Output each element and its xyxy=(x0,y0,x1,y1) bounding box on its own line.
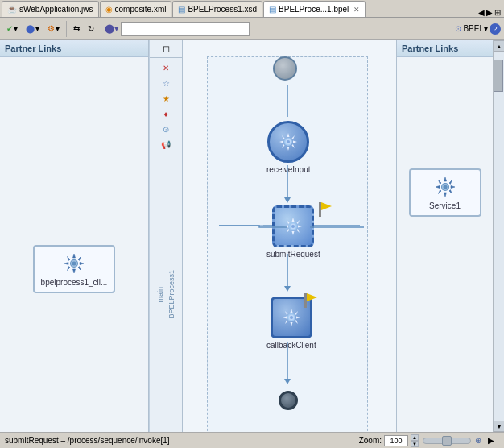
right-partner-links-panel: Partner Links Service1 xyxy=(396,40,493,432)
tab-composite[interactable]: ◉ composite.xml xyxy=(100,1,172,17)
tool-btn-5[interactable]: ⊙ xyxy=(159,122,172,135)
gear-icon-partner xyxy=(62,251,86,276)
status-scroll-btn[interactable]: ▶ xyxy=(488,436,499,445)
gear-icon-service1 xyxy=(433,175,457,199)
zoom-input[interactable] xyxy=(384,435,408,446)
svg-point-23 xyxy=(290,316,293,319)
svg-point-18 xyxy=(291,225,295,228)
toolbar-icon-4: ⇆ xyxy=(73,24,80,33)
receive-input-label: receiveInput xyxy=(266,165,310,174)
svg-point-2 xyxy=(72,261,76,265)
scroll-icon[interactable]: ⊞ xyxy=(494,8,501,17)
bpel-process-label: BPELProcess1 xyxy=(167,270,176,319)
zoom-up-button[interactable]: ▲ xyxy=(411,434,419,441)
sidebar-tools-panel: ◻ ✕ ☆ ★ ♦ ⊙ 📢 main BPELProcess1 xyxy=(149,40,183,432)
bpel-icon2: ⊙ xyxy=(455,24,461,33)
bpel-canvas[interactable]: receiveInput xyxy=(183,40,396,432)
tab-bar: ☕ sWebApplication.jws ◉ composite.xml ▤ … xyxy=(0,0,504,18)
toolbar-icon-2: ⬤ xyxy=(26,24,35,33)
svg-marker-25 xyxy=(307,293,317,301)
svg-point-15 xyxy=(287,140,290,143)
right-panel-header: Partner Links xyxy=(397,40,493,57)
scroll-thumb[interactable] xyxy=(494,60,503,92)
left-panel-content: bpelprocess1_cli... xyxy=(0,57,148,432)
start-circle xyxy=(273,56,297,81)
tab-close-button[interactable]: ✕ xyxy=(353,6,360,14)
zoom-area: Zoom: ▲ ▼ ⊕ xyxy=(359,434,481,447)
zoom-slider-thumb[interactable] xyxy=(442,436,452,446)
toolbar-btn-5[interactable]: ↻ xyxy=(85,22,97,35)
zoom-slider-track[interactable] xyxy=(423,438,471,444)
save-icon: ✔ xyxy=(6,24,13,33)
status-bar: submitRequest – /process/sequence/invoke… xyxy=(0,432,504,448)
partner-link-label: bpelprocess1_cli... xyxy=(41,278,108,287)
jws-icon: ☕ xyxy=(7,5,17,14)
tool-btn-4[interactable]: ♦ xyxy=(159,107,172,120)
scroll-up-button[interactable]: ▲ xyxy=(494,40,504,52)
search-input[interactable] xyxy=(121,22,250,36)
callback-client-node[interactable]: callbackClient xyxy=(266,297,316,350)
submit-request-wrapper xyxy=(272,205,314,247)
submit-request-node[interactable]: submitRequest xyxy=(266,205,320,259)
service1-label: Service1 xyxy=(429,201,461,210)
tool-btn-2[interactable]: ☆ xyxy=(159,77,172,89)
toolbar-btn-2[interactable]: ⬤▾ xyxy=(23,22,43,35)
tab-jwswebapp[interactable]: ☕ sWebApplication.jws xyxy=(2,1,99,17)
receive-gear-icon xyxy=(276,130,300,154)
xml-icon: ◉ xyxy=(105,5,113,14)
tab-xsd[interactable]: ▤ BPELProcess1.xsd xyxy=(172,1,262,17)
bpel-icon: ▤ xyxy=(269,5,276,14)
submit-request-shape xyxy=(272,205,314,247)
vertical-scrollbar: ▲ ▼ xyxy=(493,40,504,432)
svg-rect-24 xyxy=(304,293,307,308)
toolbar-icon-3: ⚙ xyxy=(48,24,55,33)
tool-icons: ✕ ☆ ★ ♦ ⊙ 📢 xyxy=(150,58,182,154)
callback-wrapper xyxy=(271,297,312,338)
svg-marker-20 xyxy=(321,202,332,210)
flag-icon xyxy=(319,202,332,217)
tool-btn-3[interactable]: ★ xyxy=(159,92,172,105)
toolbar-btn-4[interactable]: ⇆ xyxy=(70,22,83,35)
end-circle xyxy=(279,391,298,410)
end-node xyxy=(279,391,298,410)
separator-2 xyxy=(101,21,101,37)
collapse-icon: ◻ xyxy=(163,44,170,54)
callback-flag-icon xyxy=(304,293,317,308)
callback-flag xyxy=(304,293,317,309)
callback-client-label: callbackClient xyxy=(266,341,316,350)
right-panel-content: Service1 xyxy=(397,57,493,432)
svg-point-29 xyxy=(443,185,447,189)
toolbar-icon-5: ↻ xyxy=(88,24,94,33)
receive-input-shape xyxy=(267,121,309,163)
submit-gear-icon xyxy=(281,214,305,239)
submit-request-label: submitRequest xyxy=(266,250,320,259)
toolbar: ✔▾ ⬤▾ ⚙▾ ⇆ ↻ ⬤▾ ⊙ BPEL▾ ? xyxy=(0,18,504,40)
zoom-down-button[interactable]: ▼ xyxy=(411,441,419,447)
toolbar-btn-3[interactable]: ⚙▾ xyxy=(44,22,63,35)
zoom-label: Zoom: xyxy=(359,436,382,445)
svg-rect-19 xyxy=(319,202,321,217)
nav-left-icon[interactable]: ◀ xyxy=(478,8,485,17)
save-button[interactable]: ✔▾ xyxy=(3,22,21,35)
xsd-icon: ▤ xyxy=(178,5,185,14)
callback-gear-icon xyxy=(279,305,304,330)
tool-btn-6[interactable]: 📢 xyxy=(159,138,172,151)
partner-link-box[interactable]: bpelprocess1_cli... xyxy=(33,245,116,293)
service1-box[interactable]: Service1 xyxy=(409,168,481,217)
tab-bpel[interactable]: ▤ BPELProce...1.bpel ✕ xyxy=(263,1,366,17)
help-icon[interactable]: ? xyxy=(490,23,501,35)
separator-1 xyxy=(66,21,67,37)
search-dropdown-icon: ⬤▾ xyxy=(105,23,119,34)
nav-right-icon[interactable]: ▶ xyxy=(486,8,493,17)
zoom-spinner[interactable]: ▲ ▼ xyxy=(411,434,419,447)
collapse-button[interactable]: ◻ xyxy=(150,40,182,58)
zoom-icon: ⊕ xyxy=(475,436,481,445)
bpel-menu[interactable]: ⊙ BPEL▾ ? xyxy=(455,23,501,35)
main-layout: Partner Links bpelprocess1_cli... ◻ ✕ ☆ xyxy=(0,40,504,432)
scroll-track[interactable] xyxy=(494,52,504,421)
start-node xyxy=(273,56,297,81)
receive-input-node[interactable]: receiveInput xyxy=(266,121,310,174)
main-label: main xyxy=(156,287,164,303)
scroll-down-button[interactable]: ▼ xyxy=(494,421,504,432)
tool-btn-1[interactable]: ✕ xyxy=(159,61,172,74)
